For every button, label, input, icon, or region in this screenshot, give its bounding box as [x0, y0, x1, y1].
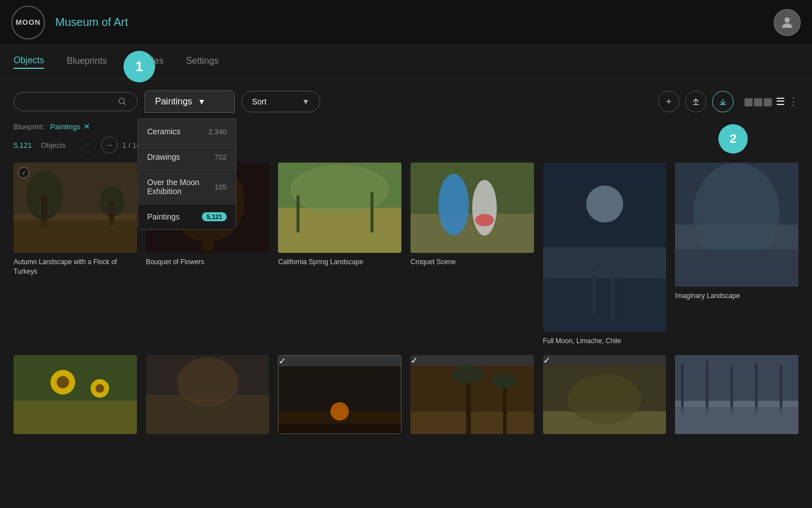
dropdown-item-paintings[interactable]: Paintings 5,121: [138, 204, 236, 229]
blueprint-filter-value: Paintings: [50, 122, 80, 131]
art-card-croquet[interactable]: Croquet Scene: [411, 163, 534, 346]
art-image-imaginary: [675, 163, 798, 287]
blueprint-dropdown-button[interactable]: Paintings ▼: [144, 90, 235, 113]
dropdown-item-over-the-moon[interactable]: Over the Moon Exhibition 105: [138, 170, 236, 204]
chevron-down-icon: ▼: [198, 97, 206, 106]
next-page-button[interactable]: →: [101, 137, 118, 154]
art-card-winter[interactable]: [675, 355, 798, 439]
svg-rect-68: [681, 364, 683, 413]
dropdown-item-paintings-label: Paintings: [147, 212, 180, 221]
nav-bar: Objects Blueprints Modules Settings: [0, 45, 812, 79]
art-check-sunset[interactable]: ✓: [279, 356, 401, 366]
svg-point-52: [176, 357, 238, 406]
art-card-full-moon[interactable]: Full Moon, Limache, Chile: [543, 163, 667, 346]
avatar-icon: [779, 15, 795, 30]
download-icon: [718, 97, 727, 106]
logo[interactable]: MOON: [11, 6, 45, 40]
svg-rect-27: [297, 195, 299, 233]
add-button[interactable]: +: [658, 91, 679, 112]
svg-rect-38: [592, 266, 595, 315]
app-title: Museum of Art: [55, 16, 128, 29]
art-check-scene[interactable]: ✓: [543, 355, 667, 366]
dropdown-item-ceramics[interactable]: Ceramics 2,340: [138, 119, 236, 144]
svg-rect-70: [731, 367, 733, 413]
blueprint-dropdown-menu: Ceramics 2,340 Drawings 702 Over the Moo…: [138, 119, 236, 230]
upload-icon: [691, 97, 700, 106]
top-bar: MOON Museum of Art: [0, 0, 812, 45]
svg-point-49: [95, 384, 104, 392]
svg-point-0: [784, 17, 789, 22]
svg-rect-69: [706, 361, 708, 413]
upload-button[interactable]: [685, 91, 707, 112]
svg-point-33: [475, 214, 494, 226]
toolbar-right: + 2 ▦▦▦ ☰ ⋮: [658, 91, 798, 112]
svg-point-26: [290, 164, 389, 213]
tooltip-bubble-1: 1: [123, 51, 155, 82]
art-card-palm[interactable]: ✓: [411, 355, 534, 439]
dropdown-item-drawings[interactable]: Drawings 702: [138, 144, 236, 170]
art-image-autumn: ✓: [14, 163, 137, 253]
view-toggle: ▦▦▦ ☰ ⋮: [744, 95, 798, 108]
art-title-bouquet: Bouquet of Flowers: [146, 257, 270, 267]
nav-item-objects[interactable]: Objects: [14, 55, 44, 69]
svg-point-32: [472, 180, 497, 235]
grid-view-button[interactable]: ▦▦▦: [744, 95, 773, 108]
svg-point-47: [57, 376, 69, 388]
search-input[interactable]: [23, 97, 113, 106]
svg-rect-58: [411, 411, 534, 434]
art-image-california: [278, 163, 401, 253]
blueprint-dropdown-label: Paintings: [155, 97, 192, 107]
svg-point-62: [492, 373, 517, 388]
nav-item-settings[interactable]: Settings: [186, 56, 219, 68]
art-grid-row1: ✓ Autumn Landscape with a Flock of Turke…: [14, 163, 798, 346]
objects-count: 5,121: [14, 141, 32, 150]
avatar[interactable]: [774, 9, 801, 36]
svg-rect-28: [370, 192, 373, 233]
dropdown-item-paintings-count: 5,121: [202, 212, 227, 221]
art-card-sunset[interactable]: ✓: [278, 355, 401, 439]
download-button[interactable]: [712, 91, 734, 112]
art-image-palm: ✓: [411, 355, 534, 434]
art-check-autumn[interactable]: ✓: [18, 167, 29, 178]
svg-rect-13: [14, 220, 137, 253]
art-title-croquet: Croquet Scene: [411, 257, 534, 267]
art-image-dark1: [146, 355, 270, 434]
art-card-sunflower[interactable]: [14, 355, 137, 439]
art-check-palm[interactable]: ✓: [411, 355, 534, 366]
art-image-winter: [675, 355, 798, 434]
svg-rect-61: [503, 380, 507, 434]
svg-rect-39: [611, 272, 614, 321]
more-options-button[interactable]: ⋮: [788, 95, 798, 108]
art-card-scene[interactable]: ✓: [543, 355, 667, 439]
list-view-button[interactable]: ☰: [776, 95, 785, 108]
svg-rect-73: [675, 407, 798, 434]
svg-rect-45: [14, 401, 137, 434]
remove-filter-icon[interactable]: ✕: [83, 122, 90, 131]
toolbar: 1 Paintings ▼ Sort ▼ +: [14, 90, 798, 113]
dropdown-item-drawings-count: 702: [214, 153, 227, 161]
dropdown-item-drawings-label: Drawings: [147, 152, 180, 161]
prev-page-button[interactable]: ←: [80, 137, 96, 154]
main-content: 1 Paintings ▼ Sort ▼ +: [0, 79, 812, 450]
art-card-autumn[interactable]: ✓ Autumn Landscape with a Flock of Turke…: [14, 163, 137, 346]
sort-dropdown[interactable]: Sort ▼: [241, 91, 320, 112]
search-box[interactable]: [14, 92, 138, 111]
svg-rect-37: [543, 278, 667, 332]
svg-point-55: [330, 402, 349, 421]
sort-chevron-icon: ▼: [302, 97, 310, 106]
tooltip-bubble-2: 2: [718, 124, 748, 154]
svg-rect-71: [755, 362, 757, 413]
art-image-sunset: ✓: [278, 355, 401, 434]
art-card-california[interactable]: California Spring Landscape: [278, 163, 401, 346]
svg-point-42: [694, 163, 780, 262]
art-image-sunflower: [14, 355, 137, 434]
svg-rect-72: [780, 365, 782, 413]
art-card-imaginary[interactable]: Imaginary Landscape: [675, 163, 798, 346]
top-bar-right: [774, 9, 801, 36]
blueprint-filter-tag[interactable]: Paintings ✕: [50, 122, 90, 131]
objects-label: Objects: [41, 141, 66, 150]
svg-line-2: [123, 103, 126, 105]
svg-point-60: [453, 366, 484, 384]
art-card-dark1[interactable]: [146, 355, 270, 439]
nav-item-blueprints[interactable]: Blueprints: [67, 56, 107, 68]
